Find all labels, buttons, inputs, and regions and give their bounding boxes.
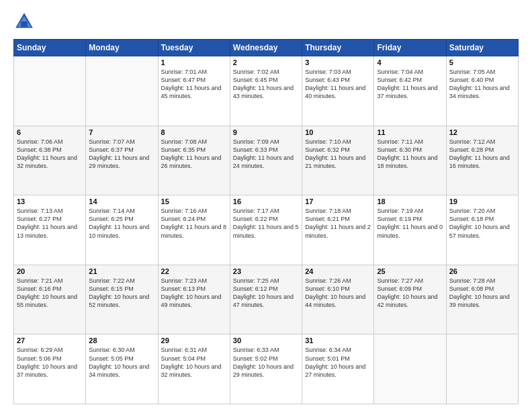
day-info: Sunrise: 7:20 AM Sunset: 6:18 PM Dayligh…	[449, 207, 515, 240]
day-info: Sunrise: 7:13 AM Sunset: 6:27 PM Dayligh…	[17, 207, 83, 240]
calendar-cell: 29Sunrise: 6:31 AM Sunset: 5:04 PM Dayli…	[158, 334, 230, 404]
day-number: 20	[17, 267, 83, 275]
day-number: 6	[17, 128, 83, 136]
day-info: Sunrise: 6:29 AM Sunset: 5:06 PM Dayligh…	[17, 346, 83, 379]
day-number: 31	[305, 336, 371, 345]
day-number: 15	[161, 197, 227, 205]
calendar-cell: 26Sunrise: 7:28 AM Sunset: 6:08 PM Dayli…	[446, 265, 518, 334]
day-number: 7	[89, 128, 154, 136]
calendar-cell: 5Sunrise: 7:05 AM Sunset: 6:40 PM Daylig…	[446, 56, 518, 126]
calendar-cell: 7Sunrise: 7:07 AM Sunset: 6:37 PM Daylig…	[86, 126, 158, 195]
day-info: Sunrise: 7:27 AM Sunset: 6:09 PM Dayligh…	[377, 277, 443, 310]
day-header-saturday: Saturday	[446, 40, 518, 56]
day-number: 18	[377, 197, 443, 205]
calendar-cell: 12Sunrise: 7:12 AM Sunset: 6:28 PM Dayli…	[446, 126, 518, 195]
day-info: Sunrise: 7:11 AM Sunset: 6:30 PM Dayligh…	[377, 138, 443, 171]
day-header-friday: Friday	[374, 40, 446, 56]
day-info: Sunrise: 7:01 AM Sunset: 6:47 PM Dayligh…	[161, 68, 227, 101]
day-number: 30	[233, 336, 299, 345]
calendar-cell: 9Sunrise: 7:09 AM Sunset: 6:33 PM Daylig…	[230, 126, 302, 195]
day-info: Sunrise: 6:30 AM Sunset: 5:05 PM Dayligh…	[89, 346, 154, 379]
calendar-cell: 31Sunrise: 6:34 AM Sunset: 5:01 PM Dayli…	[302, 334, 374, 404]
calendar-cell: 25Sunrise: 7:27 AM Sunset: 6:09 PM Dayli…	[374, 265, 446, 334]
calendar-cell: 10Sunrise: 7:10 AM Sunset: 6:32 PM Dayli…	[302, 126, 374, 195]
logo-icon	[13, 11, 35, 32]
day-info: Sunrise: 6:34 AM Sunset: 5:01 PM Dayligh…	[305, 346, 371, 379]
day-header-tuesday: Tuesday	[158, 40, 230, 56]
calendar-cell: 14Sunrise: 7:14 AM Sunset: 6:25 PM Dayli…	[86, 195, 158, 265]
calendar-cell: 30Sunrise: 6:33 AM Sunset: 5:02 PM Dayli…	[230, 334, 302, 404]
day-info: Sunrise: 7:05 AM Sunset: 6:40 PM Dayligh…	[449, 68, 515, 101]
day-number: 4	[377, 58, 443, 66]
calendar-cell: 4Sunrise: 7:04 AM Sunset: 6:42 PM Daylig…	[374, 56, 446, 126]
day-info: Sunrise: 6:31 AM Sunset: 5:04 PM Dayligh…	[161, 346, 227, 379]
day-info: Sunrise: 7:22 AM Sunset: 6:15 PM Dayligh…	[89, 277, 154, 310]
day-number: 24	[305, 267, 371, 275]
day-header-wednesday: Wednesday	[230, 40, 302, 56]
day-number: 14	[89, 197, 154, 205]
day-info: Sunrise: 7:02 AM Sunset: 6:45 PM Dayligh…	[233, 68, 299, 101]
calendar-cell: 16Sunrise: 7:17 AM Sunset: 6:22 PM Dayli…	[230, 195, 302, 265]
day-number: 22	[161, 267, 227, 275]
calendar-cell: 19Sunrise: 7:20 AM Sunset: 6:18 PM Dayli…	[446, 195, 518, 265]
day-info: Sunrise: 7:19 AM Sunset: 6:19 PM Dayligh…	[377, 207, 443, 240]
calendar-cell: 21Sunrise: 7:22 AM Sunset: 6:15 PM Dayli…	[86, 265, 158, 334]
calendar: SundayMondayTuesdayWednesdayThursdayFrid…	[13, 39, 519, 404]
calendar-cell: 23Sunrise: 7:25 AM Sunset: 6:12 PM Dayli…	[230, 265, 302, 334]
day-number: 5	[449, 58, 515, 66]
logo	[13, 11, 38, 32]
day-header-thursday: Thursday	[302, 40, 374, 56]
day-info: Sunrise: 7:06 AM Sunset: 6:38 PM Dayligh…	[17, 138, 83, 171]
day-info: Sunrise: 7:17 AM Sunset: 6:22 PM Dayligh…	[233, 207, 299, 240]
calendar-week-3: 20Sunrise: 7:21 AM Sunset: 6:16 PM Dayli…	[14, 265, 519, 334]
calendar-cell: 11Sunrise: 7:11 AM Sunset: 6:30 PM Dayli…	[374, 126, 446, 195]
calendar-cell: 24Sunrise: 7:26 AM Sunset: 6:10 PM Dayli…	[302, 265, 374, 334]
day-info: Sunrise: 7:04 AM Sunset: 6:42 PM Dayligh…	[377, 68, 443, 101]
day-header-sunday: Sunday	[14, 40, 86, 56]
calendar-cell: 8Sunrise: 7:08 AM Sunset: 6:35 PM Daylig…	[158, 126, 230, 195]
day-number: 2	[233, 58, 299, 66]
day-info: Sunrise: 7:14 AM Sunset: 6:25 PM Dayligh…	[89, 207, 154, 240]
calendar-cell: 27Sunrise: 6:29 AM Sunset: 5:06 PM Dayli…	[14, 334, 86, 404]
calendar-cell: 13Sunrise: 7:13 AM Sunset: 6:27 PM Dayli…	[14, 195, 86, 265]
day-number: 27	[17, 336, 83, 345]
day-info: Sunrise: 7:28 AM Sunset: 6:08 PM Dayligh…	[449, 277, 515, 310]
calendar-cell: 28Sunrise: 6:30 AM Sunset: 5:05 PM Dayli…	[86, 334, 158, 404]
day-info: Sunrise: 7:10 AM Sunset: 6:32 PM Dayligh…	[305, 138, 371, 171]
calendar-week-1: 6Sunrise: 7:06 AM Sunset: 6:38 PM Daylig…	[14, 126, 519, 195]
calendar-cell: 20Sunrise: 7:21 AM Sunset: 6:16 PM Dayli…	[14, 265, 86, 334]
calendar-cell: 6Sunrise: 7:06 AM Sunset: 6:38 PM Daylig…	[14, 126, 86, 195]
header	[13, 11, 519, 32]
day-info: Sunrise: 7:23 AM Sunset: 6:13 PM Dayligh…	[161, 277, 227, 310]
day-number: 29	[161, 336, 227, 345]
day-info: Sunrise: 7:21 AM Sunset: 6:16 PM Dayligh…	[17, 277, 83, 310]
day-header-monday: Monday	[86, 40, 158, 56]
calendar-cell: 15Sunrise: 7:16 AM Sunset: 6:24 PM Dayli…	[158, 195, 230, 265]
calendar-week-0: 1Sunrise: 7:01 AM Sunset: 6:47 PM Daylig…	[14, 56, 519, 126]
day-number: 12	[449, 128, 515, 136]
svg-rect-2	[21, 21, 28, 27]
day-number: 23	[233, 267, 299, 275]
day-number: 28	[89, 336, 154, 345]
day-number: 17	[305, 197, 371, 205]
calendar-cell: 22Sunrise: 7:23 AM Sunset: 6:13 PM Dayli…	[158, 265, 230, 334]
day-info: Sunrise: 7:09 AM Sunset: 6:33 PM Dayligh…	[233, 138, 299, 171]
day-number: 3	[305, 58, 371, 66]
day-number: 13	[17, 197, 83, 205]
day-number: 9	[233, 128, 299, 136]
calendar-cell: 3Sunrise: 7:03 AM Sunset: 6:43 PM Daylig…	[302, 56, 374, 126]
calendar-cell	[446, 334, 518, 404]
day-info: Sunrise: 7:25 AM Sunset: 6:12 PM Dayligh…	[233, 277, 299, 310]
day-number: 1	[161, 58, 227, 66]
day-number: 25	[377, 267, 443, 275]
calendar-cell	[14, 56, 86, 126]
day-number: 26	[449, 267, 515, 275]
calendar-week-4: 27Sunrise: 6:29 AM Sunset: 5:06 PM Dayli…	[14, 334, 519, 404]
day-info: Sunrise: 7:08 AM Sunset: 6:35 PM Dayligh…	[161, 138, 227, 171]
calendar-week-2: 13Sunrise: 7:13 AM Sunset: 6:27 PM Dayli…	[14, 195, 519, 265]
day-info: Sunrise: 7:26 AM Sunset: 6:10 PM Dayligh…	[305, 277, 371, 310]
calendar-cell	[374, 334, 446, 404]
day-info: Sunrise: 7:12 AM Sunset: 6:28 PM Dayligh…	[449, 138, 515, 171]
day-number: 19	[449, 197, 515, 205]
calendar-cell: 17Sunrise: 7:18 AM Sunset: 6:21 PM Dayli…	[302, 195, 374, 265]
